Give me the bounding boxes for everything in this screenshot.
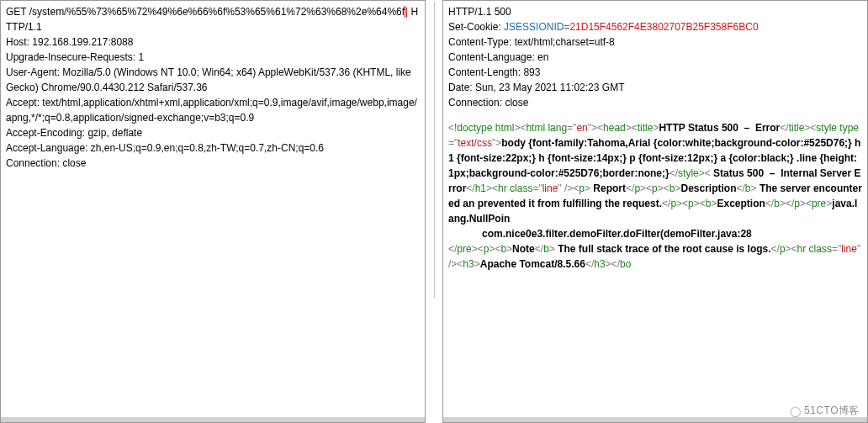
body-segment: =" (567, 122, 576, 134)
body-segment: p (780, 243, 786, 255)
request-hscroll[interactable] (1, 417, 425, 422)
text-segment: Set-Cookie: (448, 21, 504, 33)
text-segment: 21D15F4562F4E3802707B25F358F6BC0 (569, 21, 758, 33)
body-segment: b (774, 198, 780, 209)
body-segment: Note (512, 243, 535, 255)
text-segment: Host: 192.168.199.217:8088 (6, 36, 133, 48)
request-line: Accept-Language: zh,en-US;q=0.9,en;q=0.8… (6, 140, 420, 156)
response-hscroll[interactable] (443, 417, 867, 422)
body-segment: Apache Tomcat/8.5.66 (480, 258, 585, 270)
body-segment: >< (694, 198, 706, 209)
body-segment: HTTP Status 500 – Error (659, 122, 780, 134)
body-segment: >< (786, 243, 797, 255)
text-segment: JSESSIONID (504, 21, 564, 33)
body-segment: line (542, 182, 558, 194)
response-header-line: HTTP/1.1 500 (448, 4, 862, 19)
response-header-line: Content-Type: text/html;charset=utf-8 (448, 34, 862, 50)
response-text[interactable]: HTTP/1.1 500Set-Cookie: JSESSIONID=21D15… (443, 1, 867, 422)
request-pane[interactable]: GET /system/%55%73%65%72%49%6e%66%6f%53%… (0, 0, 426, 423)
request-text[interactable]: GET /system/%55%73%65%72%49%6e%66%6f%53%… (1, 1, 425, 422)
body-segment: title (789, 122, 805, 134)
response-header-line: Set-Cookie: JSESSIONID=21D15F4562F4E3802… (448, 19, 862, 34)
body-segment: >< (699, 167, 711, 179)
body-segment: The full stack trace of the root cause i… (555, 243, 771, 255)
body-segment: hr class (498, 182, 532, 194)
body-segment: " />< (558, 182, 579, 194)
request-line: User-Agent: Mozilla/5.0 (Windows NT 10.0… (6, 65, 420, 95)
request-line: Upgrade-Insecure-Requests: 1 (6, 50, 420, 65)
body-segment: text/css (458, 137, 492, 149)
body-segment: >< (804, 122, 816, 134)
body-segment: head (603, 122, 626, 134)
header-body-gap (448, 110, 862, 120)
body-segment: title (638, 122, 654, 134)
response-header-line: Date: Sun, 23 May 2021 11:02:23 GMT (448, 80, 862, 95)
body-segment: > (585, 182, 590, 194)
body-segment: Report (590, 182, 626, 194)
body-segment: > (549, 243, 555, 255)
response-header-line: Content-Length: 893 (448, 65, 862, 80)
body-segment: p (579, 182, 585, 194)
body-segment: =" (448, 137, 458, 149)
body-segment: p (652, 182, 658, 194)
body-segment: b (543, 243, 549, 255)
body-segment: h1 (475, 182, 486, 194)
text-segment: Accept-Encoding: gzip, deflate (6, 127, 142, 139)
body-segment: "> (492, 137, 501, 149)
divider-line (434, 2, 435, 298)
body-segment: pre (457, 243, 471, 255)
body-segment: style type (816, 122, 859, 134)
request-line: GET /system/%55%73%65%72%49%6e%66%6f%53%… (6, 4, 420, 34)
body-segment: =" (832, 243, 841, 255)
pane-divider[interactable] (426, 0, 442, 423)
body-segment: Exception (717, 198, 765, 209)
body-segment: >< (626, 122, 638, 134)
request-line: Accept-Encoding: gzip, deflate (6, 125, 420, 140)
http-compare-view: GET /system/%55%73%65%72%49%6e%66%6f%53%… (0, 0, 868, 423)
text-segment: Accept-Language: zh,en-US;q=0.9,en;q=0.8… (6, 142, 324, 154)
body-segment: >< (640, 182, 652, 194)
body-segment: p (794, 198, 800, 209)
text-segment: Accept: text/html,application/xhtml+xml,… (6, 97, 417, 124)
body-segment: b (745, 182, 751, 194)
body-segment: =" (532, 182, 542, 194)
response-pane[interactable]: HTTP/1.1 500Set-Cookie: JSESSIONID=21D15… (442, 0, 868, 423)
body-segment: Description (680, 182, 736, 194)
body-segment: >< (800, 198, 812, 209)
response-header-line: Content-Language: en (448, 50, 862, 65)
body-segment: p (688, 198, 694, 209)
body-segment: </ (448, 243, 457, 255)
text-segment: Date: Sun, 23 May 2021 11:02:23 GMT (448, 82, 624, 93)
body-segment: </ (466, 182, 474, 194)
body-segment: >< (486, 182, 498, 194)
request-line: Accept: text/html,application/xhtml+xml,… (6, 95, 420, 125)
body-segment: </ (626, 182, 634, 194)
text-segment: Connection: close (448, 97, 528, 108)
body-segment: </ (765, 198, 774, 209)
body-segment: </ (771, 243, 780, 255)
body-segment: >< (489, 243, 500, 255)
body-segment: html lang (526, 122, 567, 134)
body-segment: ></ (780, 198, 794, 209)
body-segment: style (678, 167, 699, 179)
body-segment: en (576, 122, 587, 134)
body-segment: </ (670, 167, 678, 179)
response-header-line: Connection: close (448, 95, 862, 110)
text-segment: Upgrade-Insecure-Requests: 1 (6, 51, 144, 63)
body-segment: >< (472, 243, 484, 255)
body-segment: ></ (606, 258, 620, 270)
body-segment: < (448, 122, 454, 134)
body-segment: >< (514, 122, 526, 134)
body-segment: </ (585, 258, 594, 270)
body-segment: >< (676, 198, 688, 209)
text-segment: HTTP/1.1 500 (448, 6, 511, 18)
body-segment: </ (737, 182, 745, 194)
response-body: <!doctype html><html lang="en"><head><ti… (448, 120, 862, 272)
body-segment: > (751, 182, 757, 194)
body-segment: bo (620, 258, 631, 270)
body-segment: line (841, 243, 857, 255)
body-segment: </ (780, 122, 788, 134)
text-segment: User-Agent: Mozilla/5.0 (Windows NT 10.0… (6, 66, 414, 93)
body-segment: </ (535, 243, 543, 255)
body-segment: >< (658, 182, 670, 194)
